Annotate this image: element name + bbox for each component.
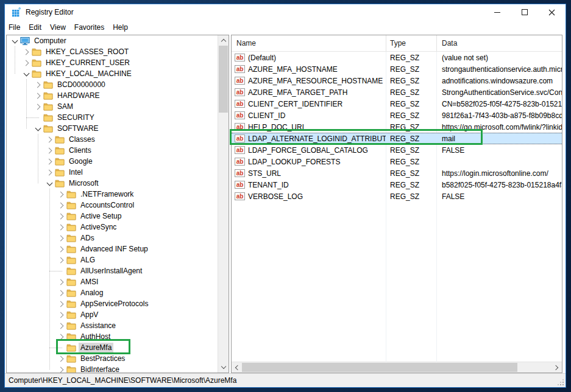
list-horizontal-scrollbar[interactable] bbox=[232, 362, 562, 373]
expand-chevron-icon[interactable] bbox=[46, 147, 53, 154]
value-row-verbose-log[interactable]: abVERBOSE_LOGREG_SZFALSE bbox=[232, 191, 562, 202]
expand-chevron-icon[interactable] bbox=[23, 48, 30, 55]
tree-item-security[interactable]: SECURITY bbox=[7, 112, 218, 123]
collapse-chevron-icon[interactable] bbox=[23, 70, 30, 77]
tree-item-accountscontrol[interactable]: AccountsControl bbox=[7, 200, 218, 211]
tree-item-alg[interactable]: ALG bbox=[7, 254, 218, 265]
tree-item-hkey-local-machine[interactable]: HKEY_LOCAL_MACHINE bbox=[7, 68, 218, 79]
value-row-sts-url[interactable]: abSTS_URLREG_SZhttps://login.microsofton… bbox=[232, 167, 562, 179]
tree-item-activesync[interactable]: ActiveSync bbox=[7, 222, 218, 233]
tree-item-intel[interactable]: Intel bbox=[7, 167, 218, 178]
expand-chevron-icon[interactable] bbox=[57, 191, 65, 198]
scroll-right-button[interactable] bbox=[551, 362, 562, 373]
value-row-azure-mfa-target-path[interactable]: abAZURE_MFA_TARGET_PATHREG_SZStrongAuthe… bbox=[232, 86, 562, 98]
tree-item-assistance[interactable]: Assistance bbox=[7, 320, 218, 331]
tree-item-bidinterface[interactable]: BidInterface bbox=[7, 364, 218, 373]
menu-edit[interactable]: Edit bbox=[24, 21, 46, 33]
expand-chevron-icon[interactable] bbox=[57, 278, 65, 285]
menu-help[interactable]: Help bbox=[108, 21, 132, 33]
value-row-ldap-alternate-loginid-attribute[interactable]: abLDAP_ALTERNATE_LOGINID_ATTRIBUTEREG_SZ… bbox=[232, 133, 562, 144]
tree-item-active-setup[interactable]: Active Setup bbox=[7, 211, 218, 222]
menu-view[interactable]: View bbox=[46, 21, 70, 33]
scroll-down-button[interactable] bbox=[218, 362, 229, 373]
expand-chevron-icon[interactable] bbox=[57, 223, 65, 231]
expand-chevron-icon[interactable] bbox=[57, 245, 65, 253]
content-area: ComputerHKEY_CLASSES_ROOTHKEY_CURRENT_US… bbox=[5, 35, 566, 373]
expand-chevron-icon[interactable] bbox=[57, 311, 65, 318]
scroll-up-button[interactable] bbox=[218, 35, 229, 46]
value-row-ldap-lookup-forests[interactable]: abLDAP_LOOKUP_FORESTSREG_SZ bbox=[232, 156, 562, 167]
value-row-client-id[interactable]: abCLIENT_IDREG_SZ981f26a1-7f43-403b-a875… bbox=[232, 110, 562, 121]
expand-chevron-icon[interactable] bbox=[34, 103, 41, 110]
tree-item-software[interactable]: SOFTWARE bbox=[7, 123, 218, 134]
tree-item-sam[interactable]: SAM bbox=[7, 101, 218, 112]
tree-item-appv[interactable]: AppV bbox=[7, 309, 218, 320]
value-row-help-doc-url[interactable]: abHELP_DOC_URLREG_SZhttps://go.microsoft… bbox=[232, 121, 562, 133]
value-name-cell: abAZURE_MFA_RESOURCE_HOSTNAME bbox=[232, 77, 386, 85]
value-row-client-cert-identifier[interactable]: abCLIENT_CERT_IDENTIFIERREG_SZCN=b582f02… bbox=[232, 98, 562, 110]
expand-chevron-icon[interactable] bbox=[57, 333, 65, 340]
tree-item-netframework[interactable]: .NETFramework bbox=[7, 189, 218, 200]
tree-item-azuremfa[interactable]: AzureMfa bbox=[7, 342, 218, 353]
expand-chevron-icon[interactable] bbox=[57, 322, 65, 329]
value-row-default[interactable]: ab(Default)REG_SZ(value not set) bbox=[232, 52, 562, 63]
tree-item-label: Analog bbox=[79, 288, 105, 298]
tree-item-advanced-inf-setup[interactable]: Advanced INF Setup bbox=[7, 243, 218, 254]
tree-item-hardware[interactable]: HARDWARE bbox=[7, 90, 218, 101]
tree-item-hkey-current-user[interactable]: HKEY_CURRENT_USER bbox=[7, 57, 218, 68]
tree-vertical-scrollbar[interactable] bbox=[218, 35, 229, 373]
collapse-chevron-icon[interactable] bbox=[46, 180, 53, 187]
value-row-azure-mfa-resource-hostname[interactable]: abAZURE_MFA_RESOURCE_HOSTNAMEREG_SZadnot… bbox=[232, 75, 562, 86]
scrollbar-thumb[interactable] bbox=[219, 46, 228, 113]
expand-chevron-icon[interactable] bbox=[46, 136, 53, 143]
expand-chevron-icon[interactable] bbox=[57, 300, 65, 307]
menu-favorites[interactable]: Favorites bbox=[70, 21, 108, 33]
string-value-icon: ab bbox=[235, 88, 245, 96]
value-data: mail bbox=[436, 135, 562, 143]
value-data: 981f26a1-7f43-403b-a875-f8b09b8cd720 bbox=[436, 111, 562, 120]
resize-grip-icon[interactable] bbox=[558, 380, 564, 385]
expand-chevron-icon[interactable] bbox=[34, 92, 41, 99]
tree-item-clients[interactable]: Clients bbox=[7, 145, 218, 156]
scrollbar-thumb[interactable] bbox=[242, 363, 517, 372]
column-header-type[interactable]: Type bbox=[386, 35, 436, 51]
tree-item-analog[interactable]: Analog bbox=[7, 287, 218, 298]
expand-chevron-icon[interactable] bbox=[57, 289, 65, 296]
expand-chevron-icon[interactable] bbox=[46, 158, 53, 165]
expand-chevron-icon[interactable] bbox=[57, 212, 65, 220]
expand-chevron-icon[interactable] bbox=[57, 366, 65, 373]
tree-item-hkey-classes-root[interactable]: HKEY_CLASSES_ROOT bbox=[7, 46, 218, 57]
menu-file[interactable]: File bbox=[5, 21, 24, 33]
value-row-azure-mfa-hostname[interactable]: abAZURE_MFA_HOSTNAMEREG_SZstrongauthenti… bbox=[232, 63, 562, 75]
tree-item-ads[interactable]: ADs bbox=[7, 233, 218, 243]
expand-chevron-icon[interactable] bbox=[57, 201, 65, 209]
expand-chevron-icon[interactable] bbox=[57, 256, 65, 264]
collapse-chevron-icon[interactable] bbox=[34, 125, 41, 132]
maximize-button[interactable] bbox=[511, 4, 538, 20]
tree-item-bcd00000000[interactable]: BCD00000000 bbox=[7, 79, 218, 90]
title-bar[interactable]: Registry Editor bbox=[5, 4, 566, 20]
column-header-data[interactable]: Data bbox=[436, 35, 562, 51]
expand-chevron-icon[interactable] bbox=[34, 81, 41, 88]
tree-item-classes[interactable]: Classes bbox=[7, 134, 218, 145]
value-row-tenant-id[interactable]: abTENANT_IDREG_SZb582f025-f05f-4275-823b… bbox=[232, 179, 562, 191]
collapse-chevron-icon[interactable] bbox=[11, 37, 18, 44]
tree-item-google[interactable]: Google bbox=[7, 156, 218, 167]
expand-chevron-icon[interactable] bbox=[23, 59, 30, 66]
expand-chevron-icon[interactable] bbox=[46, 169, 53, 176]
tree-item-alluserinstallagent[interactable]: AllUserInstallAgent bbox=[7, 265, 218, 276]
tree-item-microsoft[interactable]: Microsoft bbox=[7, 178, 218, 189]
tree-item-computer[interactable]: Computer bbox=[7, 35, 218, 46]
minimize-button[interactable] bbox=[483, 4, 511, 20]
column-header-name[interactable]: Name bbox=[232, 35, 386, 51]
tree-item-authhost[interactable]: AuthHost bbox=[7, 331, 218, 342]
value-row-ldap-force-global-catalog[interactable]: abLDAP_FORCE_GLOBAL_CATALOGREG_SZFALSE bbox=[232, 144, 562, 156]
tree-item-bestpractices[interactable]: BestPractices bbox=[7, 353, 218, 364]
close-button[interactable] bbox=[538, 4, 566, 20]
tree-item-amsi[interactable]: AMSI bbox=[7, 276, 218, 287]
expand-chevron-icon[interactable] bbox=[57, 355, 65, 362]
scroll-left-button[interactable] bbox=[232, 362, 242, 373]
expand-chevron-icon[interactable] bbox=[57, 234, 65, 242]
string-value-icon: ab bbox=[235, 54, 245, 61]
tree-item-appserviceprotocols[interactable]: AppServiceProtocols bbox=[7, 298, 218, 309]
